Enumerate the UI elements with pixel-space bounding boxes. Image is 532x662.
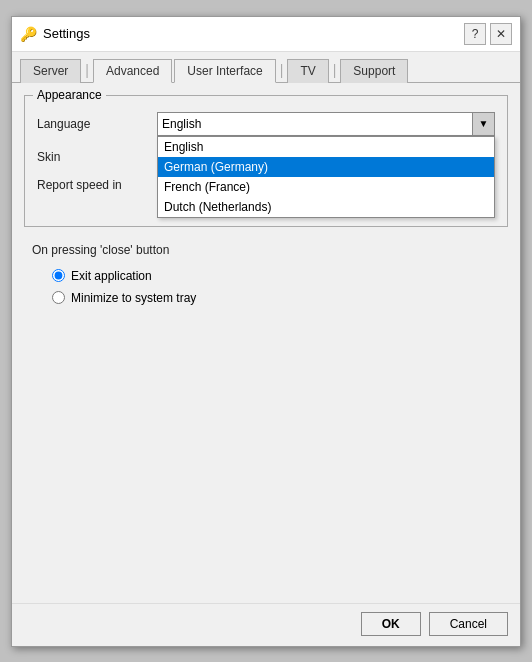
dropdown-option-german[interactable]: German (Germany) bbox=[158, 157, 494, 177]
minimize-radio[interactable] bbox=[52, 291, 65, 304]
help-button[interactable]: ? bbox=[464, 23, 486, 45]
close-section: On pressing 'close' button Exit applicat… bbox=[24, 243, 508, 305]
window-title: Settings bbox=[43, 26, 464, 41]
settings-window: 🔑 Settings ? ✕ Server | Advanced User In… bbox=[11, 16, 521, 647]
close-window-button[interactable]: ✕ bbox=[490, 23, 512, 45]
tab-advanced[interactable]: Advanced bbox=[93, 59, 172, 83]
tab-server[interactable]: Server bbox=[20, 59, 81, 83]
report-speed-label: Report speed in bbox=[37, 178, 157, 192]
language-label: Language bbox=[37, 117, 157, 131]
language-control: English ▼ English German (Germany) Frenc… bbox=[157, 112, 495, 136]
tab-support[interactable]: Support bbox=[340, 59, 408, 83]
footer: OK Cancel bbox=[12, 603, 520, 646]
title-bar: 🔑 Settings ? ✕ bbox=[12, 17, 520, 52]
dropdown-option-french[interactable]: French (France) bbox=[158, 177, 494, 197]
tab-divider-3: | bbox=[333, 62, 337, 78]
appearance-legend: Appearance bbox=[33, 88, 106, 102]
content-area: Appearance Language English ▼ English Ge… bbox=[12, 83, 520, 603]
minimize-radio-row: Minimize to system tray bbox=[32, 291, 508, 305]
language-dropdown-list: English German (Germany) French (France)… bbox=[157, 136, 495, 218]
language-value: English bbox=[162, 117, 201, 131]
tab-divider-1: | bbox=[85, 62, 89, 78]
tab-divider-2: | bbox=[280, 62, 284, 78]
language-dropdown[interactable]: English ▼ bbox=[157, 112, 495, 136]
close-section-label: On pressing 'close' button bbox=[32, 243, 508, 257]
tabs-bar: Server | Advanced User Interface | TV | … bbox=[12, 52, 520, 83]
exit-radio[interactable] bbox=[52, 269, 65, 282]
ok-button[interactable]: OK bbox=[361, 612, 421, 636]
tab-user-interface[interactable]: User Interface bbox=[174, 59, 275, 83]
exit-radio-row: Exit application bbox=[32, 269, 508, 283]
title-bar-controls: ? ✕ bbox=[464, 23, 512, 45]
exit-label[interactable]: Exit application bbox=[71, 269, 152, 283]
cancel-button[interactable]: Cancel bbox=[429, 612, 508, 636]
language-row: Language English ▼ English German (Germa… bbox=[37, 112, 495, 136]
skin-label: Skin bbox=[37, 150, 157, 164]
tab-tv[interactable]: TV bbox=[287, 59, 328, 83]
window-icon: 🔑 bbox=[20, 26, 37, 42]
dropdown-arrow-icon: ▼ bbox=[472, 113, 494, 135]
dropdown-option-dutch[interactable]: Dutch (Netherlands) bbox=[158, 197, 494, 217]
minimize-label[interactable]: Minimize to system tray bbox=[71, 291, 196, 305]
dropdown-option-english[interactable]: English bbox=[158, 137, 494, 157]
appearance-group: Appearance Language English ▼ English Ge… bbox=[24, 95, 508, 227]
